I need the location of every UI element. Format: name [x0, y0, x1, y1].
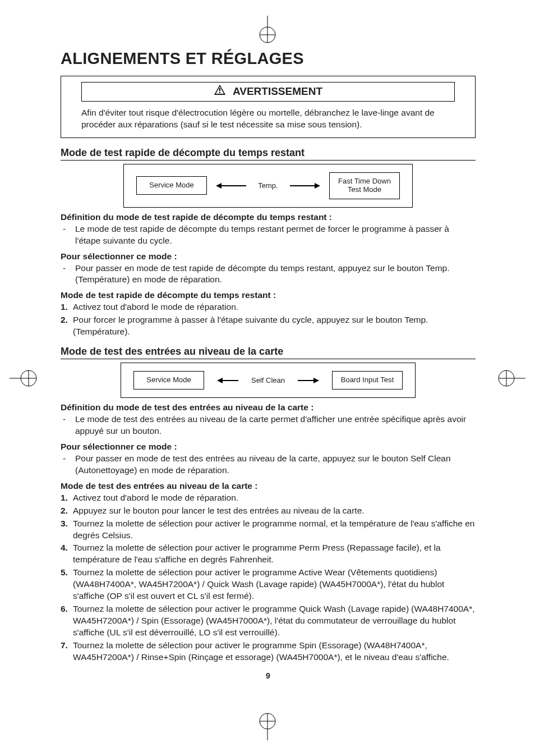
arrow-left-icon	[217, 377, 238, 384]
list-item: 2.Pour forcer le programme à passer à l'…	[61, 314, 476, 338]
section-b-steps-head: Mode de test des entrées au niveau de la…	[61, 481, 476, 491]
diagram-a-mid-label: Temp.	[258, 181, 278, 190]
warning-box: AVERTISSEMENT Afin d'éviter tout risque …	[61, 76, 476, 138]
warning-heading-text: AVERTISSEMENT	[233, 85, 322, 98]
svg-marker-23	[315, 183, 320, 189]
section-a-def-head: Définition du mode de test rapide de déc…	[61, 212, 476, 222]
svg-marker-21	[216, 183, 222, 189]
crop-mark-left	[10, 361, 38, 395]
section-b-def-head: Définition du mode de test des entrées a…	[61, 402, 476, 413]
diagram-b-left-box: Service Mode	[133, 371, 204, 390]
diagram-a-left-box: Service Mode	[136, 176, 207, 195]
list-item: 4.Tournez la molette de sélection pour a…	[61, 542, 476, 566]
list-item: 5.Tournez la molette de sélection pour a…	[61, 567, 476, 602]
diagram-b-mid-label: Self Clean	[251, 376, 285, 384]
section-b-sel-head: Pour sélectionner ce mode :	[61, 442, 476, 452]
list-item: 3.Tournez la molette de sélection pour a…	[61, 518, 476, 542]
diagram-a-right-box: Fast Time Down Test Mode	[329, 172, 400, 199]
svg-marker-27	[313, 378, 319, 383]
list-item: 1.Activez tout d'abord le mode de répara…	[61, 492, 476, 504]
list-item: - Le mode de test des entrées au niveau …	[61, 414, 476, 437]
double-arrow-icon	[287, 182, 320, 189]
section-b-heading: Mode de test des entrées au niveau de la…	[61, 346, 476, 359]
svg-rect-19	[219, 92, 220, 93]
arrow-right-icon	[298, 377, 319, 384]
section-a-sel-head: Pour sélectionner ce mode :	[61, 251, 476, 262]
warning-heading: AVERTISSEMENT	[81, 82, 455, 102]
diagram-b: Service Mode Self Clean Board Input Test	[121, 363, 416, 398]
list-item: 1.Activez tout d'abord le mode de répara…	[61, 301, 476, 313]
warning-icon	[214, 84, 226, 98]
section-a-heading: Mode de test rapide de décompte du temps…	[61, 147, 476, 161]
crop-mark-right	[497, 361, 525, 395]
list-item: 7.Tournez la molette de sélection pour a…	[61, 640, 476, 663]
list-item: 2.Appuyez sur le bouton pour lancer le t…	[61, 505, 476, 517]
svg-marker-25	[217, 378, 223, 383]
page-title: ALIGNEMENTS ET RÉGLAGES	[61, 49, 476, 68]
page-content: ALIGNEMENTS ET RÉGLAGES AVERTISSEMENT Af…	[61, 49, 476, 680]
double-arrow-icon	[216, 182, 250, 189]
svg-rect-18	[219, 88, 220, 91]
crop-mark-bottom	[251, 712, 284, 740]
warning-body: Afin d'éviter tout risque d'électrocutio…	[61, 105, 475, 133]
list-item: 6.Tournez la molette de sélection pour a…	[61, 603, 476, 639]
list-item: - Pour passer en mode de test des entrée…	[61, 453, 476, 476]
section-a-steps-head: Mode de test rapide de décompte du temps…	[61, 290, 476, 300]
diagram-b-right-box: Board Input Test	[332, 371, 403, 390]
list-item: - Le mode de test rapide de décompte du …	[61, 223, 476, 247]
crop-mark-top	[251, 16, 284, 44]
page-number: 9	[61, 671, 476, 680]
list-item: - Pour passer en mode de test rapide de …	[61, 263, 476, 286]
diagram-a: Service Mode Temp. Fast Time Down Test M…	[123, 164, 413, 208]
